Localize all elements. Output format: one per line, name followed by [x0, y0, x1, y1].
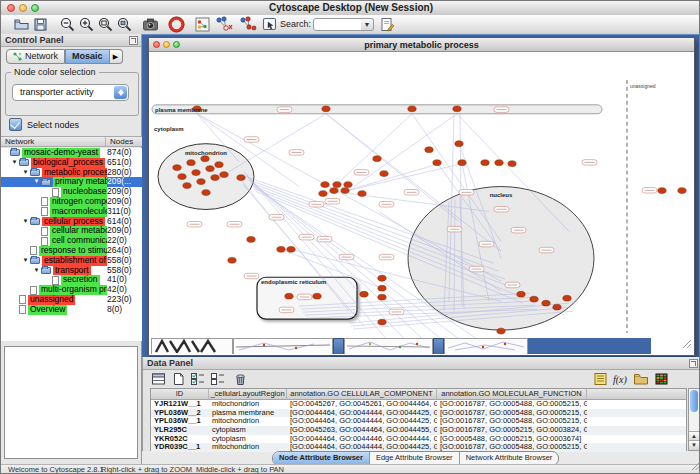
attribute-table-button[interactable]	[150, 372, 166, 387]
column-header-id[interactable]: ID	[151, 389, 209, 399]
tree-row[interactable]: ▼ metabolic process 280(0)	[1, 168, 142, 178]
tree-row[interactable]: ▼ multi-organism pro 42(0)	[1, 285, 142, 295]
region-label-nucleus: nucleus	[490, 192, 513, 198]
network-canvas[interactable]: plasma membrane cytoplasm mitochondrion …	[149, 52, 694, 354]
table-row[interactable]: YPL036W__1 mitochondrion [GO:0044464, GO…	[151, 417, 686, 426]
background-window-fragment[interactable]	[344, 338, 433, 354]
open-session-button[interactable]	[13, 16, 30, 33]
tree-header-network[interactable]: Network	[1, 137, 106, 146]
save-session-button[interactable]	[32, 16, 49, 33]
import-attributes-button[interactable]	[633, 372, 649, 387]
table-row[interactable]: YPL036W__2 plasma membrane [GO:0044464, …	[151, 409, 686, 418]
tree-row-label: nitrogen compo	[50, 197, 113, 207]
cell-cellular-component: [GO:0044464, GO:0044444, GO:0044425, G..…	[287, 409, 437, 418]
tree-row-label: cellular metabo	[50, 226, 112, 236]
column-header-cellular-component[interactable]: annotation.GO CELLULAR_COMPONENT	[287, 389, 437, 399]
minimize-button[interactable]	[163, 41, 170, 48]
delete-attribute-button[interactable]	[232, 372, 248, 387]
new-attribute-button[interactable]	[170, 372, 186, 387]
tree-row-label: macromolecule	[50, 207, 112, 217]
unselect-attributes-button[interactable]	[210, 372, 226, 387]
minimize-button[interactable]	[19, 4, 27, 12]
help-button[interactable]	[168, 16, 185, 33]
annotation-select-button[interactable]	[261, 16, 278, 33]
search-dropdown-button[interactable]: ▼	[361, 18, 374, 31]
attribute-list-button[interactable]	[592, 372, 608, 387]
tree-row[interactable]: ▼ cellular process 614(0)	[1, 217, 142, 227]
birds-eye-view[interactable]	[4, 346, 138, 459]
tree-row[interactable]: ▼ transport 558(0)	[1, 266, 142, 276]
node-color-dropdown[interactable]: transporter activity	[12, 84, 129, 101]
app-titlebar: Cytoscape Desktop (New Session)	[1, 1, 700, 16]
tab-overflow-button[interactable]: ▶	[110, 49, 123, 64]
tree-row[interactable]: ▼ cellular metabo 209(0)	[1, 226, 142, 236]
tree-header-nodes[interactable]: Nodes	[106, 137, 142, 146]
select-attributes-button[interactable]	[190, 372, 206, 387]
zoom-window-button[interactable]	[173, 41, 180, 48]
table-scrollbar[interactable]: ▲ ▼	[688, 388, 700, 451]
checkbox-checked-icon[interactable]	[9, 118, 22, 131]
tree-row[interactable]: ▼ mosaic-demo-yeast 874(0)	[1, 148, 142, 158]
window-resize-grip[interactable]	[682, 335, 692, 353]
tree-row[interactable]: ▼ cell communicat 22(0)	[1, 236, 142, 246]
apply-layout-button-2[interactable]	[238, 16, 255, 33]
expander-icon[interactable]: ▼	[32, 266, 41, 276]
background-window-fragment[interactable]	[433, 338, 444, 354]
float-panel-icon[interactable]	[689, 359, 698, 368]
table-row[interactable]: YJR121W__1 mitochondrion [GO:0045267, GO…	[151, 400, 686, 409]
table-row[interactable]: YLR295C cytoplasm [GO:0045263, GO:004446…	[151, 426, 686, 435]
zoom-window-button[interactable]	[31, 4, 39, 12]
expander-icon[interactable]: ▼	[10, 158, 19, 168]
snapshot-button[interactable]	[142, 16, 159, 33]
zoom-in-button[interactable]	[78, 16, 95, 33]
float-panel-icon[interactable]	[129, 36, 138, 45]
select-nodes-checkbox-row[interactable]: Select nodes	[9, 118, 79, 131]
tree-row[interactable]: ▼ biological_process 651(0)	[1, 158, 142, 168]
tree-row[interactable]: ▼ macromolecule 311(0)	[1, 207, 142, 217]
tree-row[interactable]: ▼ nucleobase- 209(0)	[1, 187, 142, 197]
attribute-matrix-button[interactable]	[653, 372, 669, 387]
expander-icon[interactable]: ▼	[21, 168, 30, 178]
tab-network[interactable]: Network	[6, 49, 65, 64]
network-overview-button[interactable]	[194, 16, 211, 33]
app-resize-grip[interactable]	[691, 457, 700, 474]
background-window-fragment[interactable]	[233, 338, 333, 354]
tree-row[interactable]: ▼ nitrogen compo 209(0)	[1, 197, 142, 207]
cytoscape-application: Cytoscape Desktop (New Session)	[0, 0, 700, 474]
matrix-heatmap-icon	[654, 372, 669, 386]
search-input[interactable]	[313, 18, 365, 31]
scroll-down-icon[interactable]: ▼	[689, 440, 699, 450]
expander-icon[interactable]: ▼	[21, 256, 30, 266]
zoom-fit-button[interactable]	[97, 16, 114, 33]
tree-row[interactable]: ▼ primary metabo 209(...	[1, 177, 142, 187]
tree-row-label: cell communicat	[50, 236, 115, 246]
close-button[interactable]	[7, 4, 15, 12]
network-window-titlebar[interactable]: primary metabolic process	[149, 38, 694, 52]
background-window-fragment[interactable]	[151, 338, 233, 354]
attribute-editor-button[interactable]	[379, 16, 396, 33]
zoom-selected-button[interactable]	[116, 16, 133, 33]
column-header-molecular-function[interactable]: annotation.GO MOLECULAR_FUNCTION	[437, 389, 587, 399]
network-window[interactable]: primary metabolic process	[148, 37, 695, 356]
zoom-out-button[interactable]	[59, 16, 76, 33]
tab-mosaic[interactable]: Mosaic	[65, 49, 110, 64]
save-icon	[32, 16, 49, 33]
expander-icon[interactable]: ▼	[32, 177, 41, 187]
column-header-region[interactable]: _cellularLayoutRegion	[209, 389, 287, 399]
function-builder-button[interactable]: f(x)	[612, 372, 628, 387]
cell-id: YJR121W__1	[151, 400, 209, 409]
close-button[interactable]	[153, 41, 160, 48]
apply-layout-button-1[interactable]	[214, 16, 231, 33]
tree-row[interactable]: ▼ Overview 8(0)	[1, 305, 142, 315]
background-window-fragment[interactable]	[444, 338, 528, 354]
table-row[interactable]: YKR052C cytoplasm [GO:0044464, GO:004444…	[151, 435, 686, 444]
function-icon: f(x)	[612, 372, 629, 386]
tree-row[interactable]: ▼ response to stimulu 264(0)	[1, 246, 142, 256]
tree-row[interactable]: ▼ secretion 41(0)	[1, 275, 142, 285]
background-window-fragment[interactable]	[333, 338, 344, 354]
expander-icon[interactable]: ▼	[21, 217, 30, 227]
tree-row[interactable]: ▼ establishment of lo 558(0)	[1, 256, 142, 266]
tree-row[interactable]: ▼ unassigned 223(0)	[1, 295, 142, 305]
tree-row-label: metabolic process	[42, 168, 115, 178]
scrollbar-thumb[interactable]	[690, 390, 698, 412]
